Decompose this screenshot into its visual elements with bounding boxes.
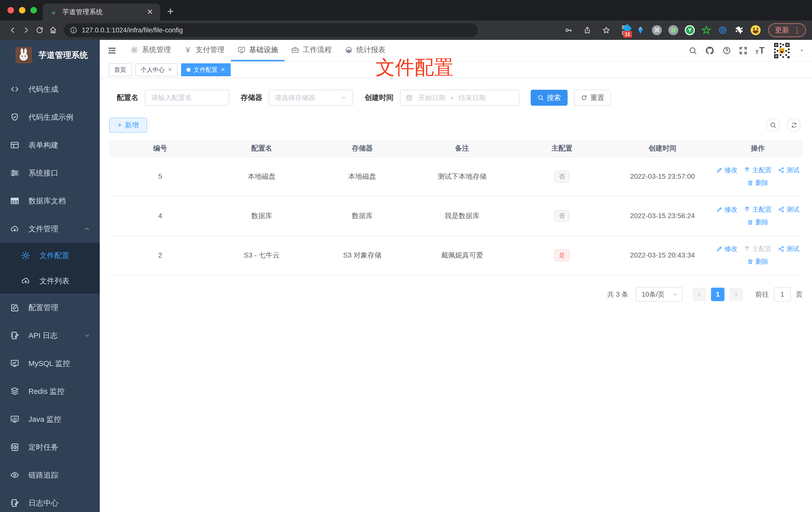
browser-tab[interactable]: 芋道管理系统 ✕ bbox=[43, 3, 160, 21]
test-link[interactable]: 测试 bbox=[778, 205, 799, 214]
extensions-puzzle-icon[interactable] bbox=[734, 25, 745, 36]
storage-select[interactable]: 请选择存储器 bbox=[269, 90, 353, 106]
sidebar-item-label: 代码生成 bbox=[28, 84, 58, 94]
browser-menu-icon[interactable]: ⋮ bbox=[793, 26, 801, 35]
magnet-icon bbox=[744, 246, 750, 252]
github-icon[interactable] bbox=[705, 46, 715, 55]
sidebar-item-mysql-monitor[interactable]: MySQL 监控 bbox=[0, 350, 100, 378]
edit-link[interactable]: 修改 bbox=[716, 166, 737, 175]
sidebar-item-redis-monitor[interactable]: Redis 监控 bbox=[0, 378, 100, 405]
back-icon[interactable] bbox=[6, 24, 20, 37]
delete-link[interactable]: 删除 bbox=[747, 218, 768, 227]
address-bar[interactable]: 127.0.0.1:1024/infra/file/file-config bbox=[64, 23, 478, 37]
sidebar-item-label: 链路追踪 bbox=[28, 470, 58, 480]
edit-square-icon bbox=[10, 303, 20, 312]
window-close-button[interactable] bbox=[7, 7, 14, 13]
code-icon bbox=[10, 85, 20, 94]
prev-page-icon[interactable] bbox=[693, 288, 706, 301]
trash-icon bbox=[747, 219, 753, 225]
tag-file-config[interactable]: 文件配置 ✕ bbox=[181, 63, 230, 76]
create-time-label: 创建时间 bbox=[365, 93, 394, 103]
cell-remark: 戴佩妮真可爱 bbox=[412, 250, 512, 260]
sidebar-item-api-log[interactable]: API 日志 bbox=[0, 322, 100, 350]
help-icon[interactable] bbox=[722, 47, 731, 55]
bookmark-star-icon[interactable] bbox=[600, 24, 613, 37]
new-tab-button[interactable]: + bbox=[167, 5, 174, 17]
sidebar-item-file-config[interactable]: 文件配置 bbox=[0, 243, 100, 268]
share-icon[interactable] bbox=[581, 24, 594, 37]
extension-recorder-icon[interactable] bbox=[668, 25, 679, 36]
tab-workflow[interactable]: 工作流程 bbox=[285, 40, 338, 61]
extension-star-icon[interactable] bbox=[701, 25, 712, 36]
goto-page-input[interactable] bbox=[774, 287, 791, 302]
next-page-icon[interactable] bbox=[729, 288, 743, 301]
current-page-button[interactable]: 1 bbox=[711, 288, 724, 301]
sidebar-item-file-list[interactable]: 文件列表 bbox=[0, 268, 100, 294]
tab-payment-management[interactable]: ¥ 支付管理 bbox=[177, 40, 231, 61]
tag-home[interactable]: 首页 bbox=[109, 63, 132, 76]
extension-tiles-icon[interactable]: 11 bbox=[618, 25, 630, 36]
table-refresh-icon[interactable] bbox=[787, 118, 801, 132]
search-icon[interactable] bbox=[689, 47, 697, 55]
search-button[interactable]: 搜索 bbox=[531, 90, 568, 106]
home-icon[interactable] bbox=[47, 24, 60, 37]
reset-button[interactable]: 重置 bbox=[574, 90, 611, 106]
browser-update-button[interactable]: 更新 ⋮ bbox=[768, 23, 806, 37]
close-icon[interactable]: ✕ bbox=[221, 67, 225, 72]
storage-select-placeholder: 请选择存储器 bbox=[275, 93, 315, 102]
font-size-icon[interactable]: TT bbox=[755, 46, 764, 55]
test-link[interactable]: 测试 bbox=[778, 166, 799, 175]
sidebar-item-form-builder[interactable]: 表单构建 bbox=[0, 131, 100, 159]
set-master-link[interactable]: 主配置 bbox=[744, 205, 772, 214]
sidebar-item-label: 文件列表 bbox=[39, 276, 69, 286]
sidebar-item-tracing[interactable]: 链路追踪 bbox=[0, 461, 100, 489]
sidebar-item-config-management[interactable]: 配置管理 bbox=[0, 294, 100, 322]
sidebar-item-system-api[interactable]: 系统接口 bbox=[0, 159, 100, 187]
extension-y-icon[interactable]: Y bbox=[684, 25, 695, 36]
tab-infrastructure[interactable]: 基础设施 bbox=[231, 40, 285, 61]
config-name-input[interactable] bbox=[145, 90, 229, 106]
page-size-select[interactable]: 10条/页 bbox=[636, 287, 683, 302]
sidebar-item-db-doc[interactable]: 数据库文档 bbox=[0, 187, 100, 215]
tab-close-icon[interactable]: ✕ bbox=[147, 8, 153, 16]
column-header-storage: 存储器 bbox=[313, 144, 412, 153]
sidebar-logo[interactable]: 芋道管理系统 bbox=[0, 40, 100, 70]
tag-profile[interactable]: 个人中心 ✕ bbox=[135, 63, 178, 76]
test-link[interactable]: 测试 bbox=[778, 244, 799, 253]
user-avatar-qr[interactable] bbox=[773, 41, 791, 60]
window-zoom-button[interactable] bbox=[30, 7, 37, 13]
sidebar-item-code-demo[interactable]: 代码生成示例 bbox=[0, 103, 100, 131]
tab-system-management[interactable]: 系统管理 bbox=[124, 40, 177, 61]
set-master-link[interactable]: 主配置 bbox=[744, 166, 772, 175]
sidebar-item-java-monitor[interactable]: Java 监控 bbox=[0, 405, 100, 433]
extension-command-icon[interactable]: ⌘ bbox=[651, 25, 662, 36]
date-range-picker[interactable]: 开始日期 - 结束日期 bbox=[400, 90, 519, 106]
sidebar-item-code-generation[interactable]: 代码生成 bbox=[0, 75, 100, 103]
fullscreen-icon[interactable] bbox=[739, 47, 747, 55]
site-info-icon[interactable] bbox=[70, 26, 77, 34]
delete-link[interactable]: 删除 bbox=[747, 179, 768, 187]
extension-emoji-icon[interactable] bbox=[750, 25, 761, 36]
avatar-caret-down-icon[interactable] bbox=[799, 48, 805, 53]
delete-link[interactable]: 删除 bbox=[747, 257, 768, 266]
sidebar-item-scheduled-tasks[interactable]: 定时任务 bbox=[0, 433, 100, 461]
extension-badge: 11 bbox=[623, 31, 632, 38]
reload-icon[interactable] bbox=[33, 24, 47, 37]
edit-link[interactable]: 修改 bbox=[716, 205, 737, 214]
add-button[interactable]: + 新增 bbox=[109, 118, 147, 132]
edit-link[interactable]: 修改 bbox=[716, 244, 737, 253]
browser-toolbar: 127.0.0.1:1024/infra/file/file-config 11… bbox=[0, 21, 812, 40]
table-search-toggle-icon[interactable] bbox=[766, 118, 780, 132]
extension-eye-icon[interactable] bbox=[717, 25, 728, 36]
sidebar-item-label: Java 监控 bbox=[28, 414, 61, 424]
sidebar-item-file-management[interactable]: 文件管理 bbox=[0, 215, 100, 243]
tab-reports[interactable]: 统计报表 bbox=[338, 40, 392, 61]
sliders-icon bbox=[10, 168, 20, 178]
password-key-icon[interactable] bbox=[561, 24, 575, 37]
sidebar-item-log-center[interactable]: 日志中心 bbox=[0, 489, 100, 512]
sidebar-collapse-icon[interactable] bbox=[107, 46, 117, 55]
forward-icon[interactable] bbox=[20, 24, 33, 37]
close-icon[interactable]: ✕ bbox=[168, 67, 172, 72]
extension-kite-icon[interactable] bbox=[635, 25, 646, 36]
window-minimize-button[interactable] bbox=[19, 7, 25, 13]
